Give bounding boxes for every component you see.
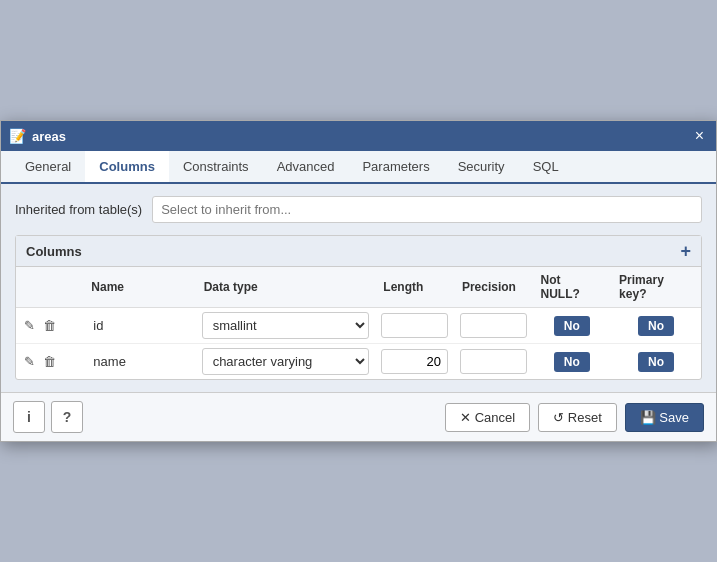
footer-left: i ? <box>13 401 83 433</box>
tab-advanced[interactable]: Advanced <box>263 151 349 184</box>
tab-general[interactable]: General <box>11 151 85 184</box>
col-length-input[interactable] <box>381 349 448 374</box>
col-datatype-cell: smallintintegerbigintcharacter varyingte… <box>196 344 376 380</box>
th-length: Length <box>375 267 454 308</box>
columns-header: Columns + <box>16 236 701 267</box>
col-pk-toggle[interactable]: No <box>638 316 674 336</box>
table-row: ✎ 🗑 smallintintegerbigintcharacter varyi… <box>16 308 701 344</box>
delete-row-button[interactable]: 🗑 <box>41 316 58 335</box>
col-notnull-toggle[interactable]: No <box>554 316 590 336</box>
columns-section: Columns + Name Data type Length Precisio… <box>15 235 702 380</box>
tab-columns[interactable]: Columns <box>85 151 169 184</box>
inherit-select[interactable] <box>152 196 702 223</box>
dialog-title-text: areas <box>32 129 685 144</box>
col-precision-input[interactable] <box>460 349 527 374</box>
tab-sql[interactable]: SQL <box>519 151 573 184</box>
dialog-titlebar: 📝 areas × <box>1 121 716 151</box>
col-datatype-cell: smallintintegerbigintcharacter varyingte… <box>196 308 376 344</box>
row-actions: ✎ 🗑 <box>16 344 83 380</box>
save-button[interactable]: 💾 Save <box>625 403 704 432</box>
dialog-body: Inherited from table(s) Columns + Name D… <box>1 184 716 392</box>
col-notnull-cell: No <box>533 344 612 380</box>
edit-row-button[interactable]: ✎ <box>22 352 37 371</box>
columns-table: Name Data type Length Precision Not NULL… <box>16 267 701 379</box>
table-row: ✎ 🗑 smallintintegerbigintcharacter varyi… <box>16 344 701 380</box>
th-precision: Precision <box>454 267 533 308</box>
tab-bar: General Columns Constraints Advanced Par… <box>1 151 716 184</box>
dialog-title-icon: 📝 <box>9 128 26 144</box>
delete-row-button[interactable]: 🗑 <box>41 352 58 371</box>
th-actions <box>16 267 83 308</box>
footer-right: ✕ Cancel ↺ Reset 💾 Save <box>445 403 704 432</box>
col-pk-toggle[interactable]: No <box>638 352 674 372</box>
dialog-window: 📝 areas × General Columns Constraints Ad… <box>0 120 717 442</box>
th-primary-key: Primary key? <box>611 267 701 308</box>
dialog-close-button[interactable]: × <box>691 128 708 144</box>
col-pk-cell: No <box>611 308 701 344</box>
col-precision-input[interactable] <box>460 313 527 338</box>
col-length-cell <box>375 344 454 380</box>
th-not-null: Not NULL? <box>533 267 612 308</box>
th-name: Name <box>83 267 195 308</box>
reset-button[interactable]: ↺ Reset <box>538 403 617 432</box>
col-length-input[interactable] <box>381 313 448 338</box>
col-name-cell <box>83 308 195 344</box>
inherit-row: Inherited from table(s) <box>15 196 702 223</box>
row-actions: ✎ 🗑 <box>16 308 83 344</box>
help-button[interactable]: ? <box>51 401 83 433</box>
dialog-footer: i ? ✕ Cancel ↺ Reset 💾 Save <box>1 392 716 441</box>
info-button[interactable]: i <box>13 401 45 433</box>
tab-parameters[interactable]: Parameters <box>348 151 443 184</box>
col-length-cell <box>375 308 454 344</box>
add-column-button[interactable]: + <box>680 242 691 260</box>
columns-section-title: Columns <box>26 244 82 259</box>
col-name-cell <box>83 344 195 380</box>
tab-constraints[interactable]: Constraints <box>169 151 263 184</box>
col-precision-cell <box>454 308 533 344</box>
col-notnull-cell: No <box>533 308 612 344</box>
col-datatype-select[interactable]: smallintintegerbigintcharacter varyingte… <box>202 312 370 339</box>
col-pk-cell: No <box>611 344 701 380</box>
col-name-input[interactable] <box>89 316 189 335</box>
th-data-type: Data type <box>196 267 376 308</box>
col-precision-cell <box>454 344 533 380</box>
col-name-input[interactable] <box>89 352 189 371</box>
tab-security[interactable]: Security <box>444 151 519 184</box>
inherit-label: Inherited from table(s) <box>15 202 142 217</box>
col-datatype-select[interactable]: smallintintegerbigintcharacter varyingte… <box>202 348 370 375</box>
col-notnull-toggle[interactable]: No <box>554 352 590 372</box>
cancel-button[interactable]: ✕ Cancel <box>445 403 530 432</box>
edit-row-button[interactable]: ✎ <box>22 316 37 335</box>
